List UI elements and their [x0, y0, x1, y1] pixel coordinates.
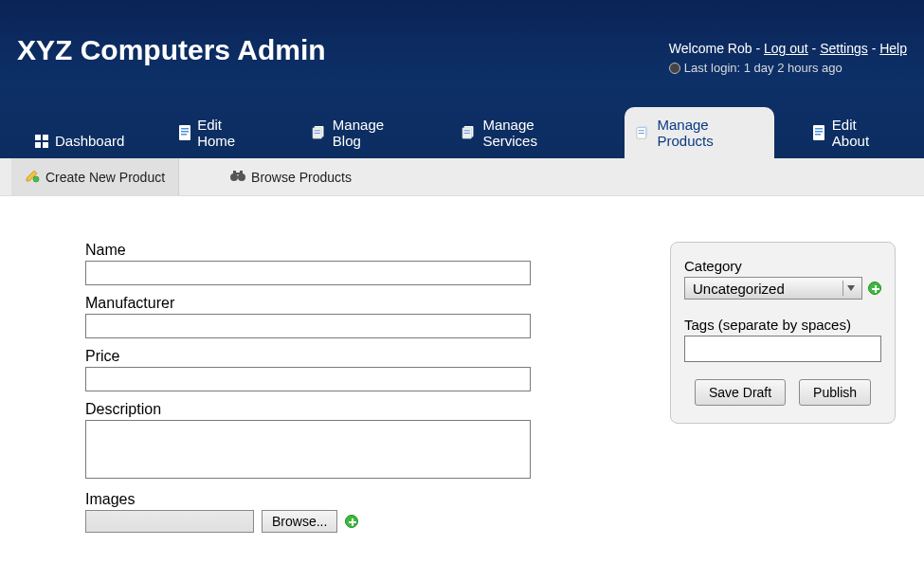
svg-rect-14: [464, 131, 470, 132]
welcome-text: Welcome: [669, 41, 728, 56]
subnav-label: Browse Products: [251, 170, 352, 185]
settings-link[interactable]: Settings: [820, 41, 868, 56]
site-title: XYZ Computers Admin: [17, 8, 326, 66]
svg-rect-18: [639, 131, 644, 132]
main-tabs: Dashboard Edit Home Manage Blog Manage S…: [17, 107, 907, 158]
plus-icon[interactable]: [868, 282, 881, 295]
svg-rect-4: [179, 125, 190, 140]
page-icon: [812, 125, 826, 140]
category-label: Category: [684, 258, 881, 274]
subnav-browse-products[interactable]: Browse Products: [217, 158, 365, 195]
category-value: Uncategorized: [693, 281, 785, 297]
images-label: Images: [85, 491, 531, 508]
svg-rect-20: [813, 125, 824, 140]
dashboard-icon: [34, 134, 49, 149]
tags-input[interactable]: [684, 336, 881, 362]
tab-label: Manage Products: [657, 117, 759, 149]
svg-rect-7: [181, 134, 187, 136]
save-draft-button[interactable]: Save Draft: [695, 379, 786, 406]
name-label: Name: [85, 242, 531, 259]
svg-rect-23: [815, 134, 821, 136]
help-link[interactable]: Help: [879, 41, 907, 56]
tab-edit-about[interactable]: Edit About: [801, 107, 907, 158]
stack-icon: [636, 125, 651, 140]
description-label: Description: [85, 401, 531, 418]
file-path-display: [85, 510, 254, 533]
description-input[interactable]: [85, 420, 531, 479]
tab-label: Edit Home: [197, 117, 259, 149]
tab-manage-blog[interactable]: Manage Blog: [300, 107, 425, 158]
binoculars-icon: [230, 169, 245, 185]
plus-icon[interactable]: [345, 515, 358, 528]
logout-link[interactable]: Log out: [764, 41, 808, 56]
price-label: Price: [85, 348, 531, 365]
last-login: Last login: 1 day 2 hours ago: [669, 59, 907, 79]
tab-edit-home[interactable]: Edit Home: [166, 107, 273, 158]
tab-manage-products[interactable]: Manage Products: [625, 107, 774, 158]
svg-rect-5: [181, 128, 189, 130]
svg-rect-29: [236, 173, 240, 174]
svg-rect-19: [639, 133, 644, 134]
tab-dashboard[interactable]: Dashboard: [23, 123, 139, 158]
category-select[interactable]: Uncategorized: [684, 277, 862, 300]
manufacturer-label: Manufacturer: [85, 295, 531, 312]
tab-label: Edit About: [832, 117, 892, 149]
page-icon: [177, 125, 191, 140]
svg-rect-10: [315, 131, 320, 132]
svg-rect-1: [43, 135, 48, 140]
svg-point-24: [33, 176, 39, 182]
svg-rect-0: [35, 135, 41, 140]
svg-rect-6: [181, 131, 189, 133]
pencil-icon: [25, 168, 40, 186]
svg-rect-11: [315, 133, 320, 134]
content: Name Manufacturer Price Description Imag…: [0, 196, 924, 571]
subnav: Create New Product Browse Products: [0, 158, 924, 196]
clock-icon: [669, 63, 680, 74]
publish-button[interactable]: Publish: [799, 379, 871, 406]
svg-rect-22: [815, 131, 823, 133]
sidebar-panel: Category Uncategorized Tags (separate by…: [670, 242, 896, 424]
subnav-create-product[interactable]: Create New Product: [11, 158, 179, 195]
manufacturer-input[interactable]: [85, 314, 531, 338]
name-input[interactable]: [85, 261, 531, 285]
tab-manage-services[interactable]: Manage Services: [450, 107, 598, 158]
user-info: Welcome Rob - Log out - Settings - Help …: [669, 8, 907, 79]
tab-label: Manage Services: [482, 117, 583, 149]
svg-rect-2: [35, 142, 41, 148]
header: XYZ Computers Admin Welcome Rob - Log ou…: [0, 0, 924, 158]
svg-rect-28: [240, 171, 243, 175]
stack-icon: [462, 125, 477, 140]
product-form: Name Manufacturer Price Description Imag…: [85, 242, 531, 542]
svg-rect-3: [43, 142, 48, 148]
stack-icon: [312, 125, 327, 140]
tags-label: Tags (separate by spaces): [684, 317, 881, 333]
browse-button[interactable]: Browse...: [262, 510, 337, 533]
price-input[interactable]: [85, 367, 531, 391]
chevron-down-icon: [842, 281, 858, 296]
svg-rect-15: [464, 133, 470, 134]
svg-rect-21: [815, 128, 823, 130]
username: Rob: [728, 41, 752, 56]
subnav-label: Create New Product: [45, 170, 165, 185]
tab-label: Manage Blog: [333, 117, 409, 149]
svg-rect-27: [233, 171, 236, 175]
tab-label: Dashboard: [55, 133, 124, 149]
